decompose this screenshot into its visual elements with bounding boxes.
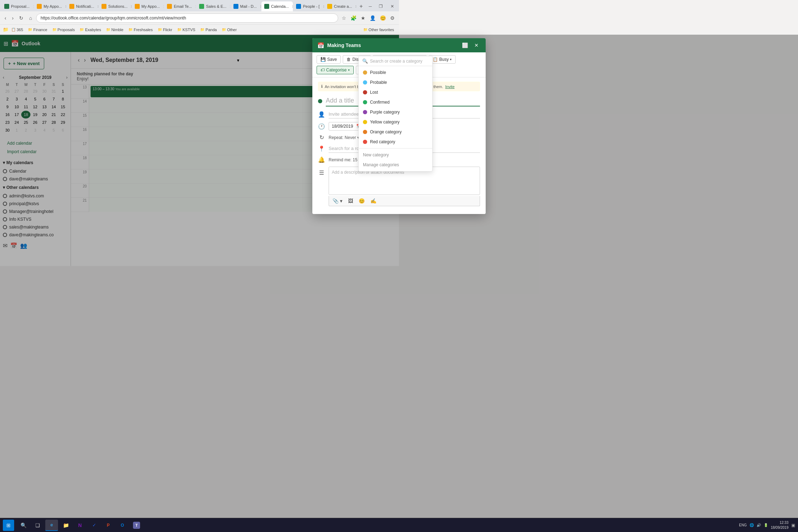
bookmark-panda[interactable]: 📁Panda (198, 27, 219, 33)
settings-icon[interactable]: ⚙ (389, 15, 396, 22)
category-color-dot (363, 70, 367, 75)
favorites-icon[interactable]: ★ (359, 15, 367, 22)
new-tab-button[interactable]: + (357, 2, 365, 11)
category-color-dot (363, 90, 367, 94)
category-item-confirmed[interactable]: Confirmed (359, 97, 399, 107)
description-row: ☰ 📎 ▾ 🖼 😊 ✍ (318, 167, 399, 206)
categorise-dropdown: 🔍 Possible Probable Lost Conf (358, 56, 399, 172)
tab-proposals[interactable]: Proposal... ✕ (1, 1, 34, 11)
repeat-dropdown[interactable]: Repeat: Never ▾ (329, 135, 359, 140)
category-item-lost[interactable]: Lost (359, 87, 399, 97)
save-button[interactable]: 💾 Save (317, 55, 341, 64)
new-category-action[interactable]: New category (359, 150, 399, 160)
minimize-button[interactable]: ─ (366, 3, 375, 10)
manage-categories-action[interactable]: Manage categories (359, 160, 399, 170)
category-search-input[interactable] (370, 59, 399, 64)
info-icon: ℹ (321, 84, 323, 89)
signature-button[interactable]: ✍ (369, 197, 378, 204)
search-icon: 🔍 (362, 58, 368, 64)
tab-salese[interactable]: Sales & E... ✕ (196, 1, 230, 11)
modal-title: Making Teams (327, 42, 399, 48)
category-item-red[interactable]: Red category (359, 137, 399, 147)
tab-bar: Proposal... ✕ My Appo... ✕ Notificati...… (0, 0, 399, 11)
tab-myappo2[interactable]: My Appo... ✕ (132, 1, 164, 11)
category-divider (359, 148, 399, 149)
address-bar: ‹ › ↻ ⌂ ☆ 🧩 ★ 👤 😊 ⚙ (0, 11, 399, 25)
bookmark-icon[interactable]: ☆ (340, 15, 348, 22)
tab-emailte[interactable]: Email Te... ✕ (164, 1, 196, 11)
categorise-button[interactable]: 🏷 Categorise ▾ (317, 66, 354, 74)
attach-button[interactable]: 📎 ▾ (331, 197, 344, 204)
tab-myappo1[interactable]: My Appo... ✕ (34, 1, 66, 11)
bookmark-kstvs[interactable]: 📁KSTVS (175, 27, 197, 33)
tab-create[interactable]: Create a... ✕ (324, 1, 356, 11)
refresh-button[interactable]: ↻ (17, 14, 25, 22)
bookmark-other[interactable]: 📁Other (220, 27, 239, 33)
category-color-dot (363, 140, 367, 144)
category-item-possible[interactable]: Possible (359, 68, 399, 77)
category-color-dot (363, 100, 367, 104)
address-input[interactable] (36, 13, 338, 23)
bookmark-finance[interactable]: 📁Finance (26, 27, 49, 33)
category-color-dot (363, 110, 367, 114)
restore-button[interactable]: ❐ (376, 3, 386, 10)
calendar-icon-sm: 📅 (317, 42, 324, 49)
browser-chrome: Proposal... ✕ My Appo... ✕ Notificati...… (0, 0, 399, 35)
extension-icon[interactable]: 🧩 (349, 15, 358, 22)
tab-notifi[interactable]: Notificati... ✕ (66, 1, 98, 11)
category-item-yellow[interactable]: Yellow category (359, 117, 399, 127)
image-button[interactable]: 🖼 (347, 197, 354, 204)
desc-toolbar: 📎 ▾ 🖼 😊 ✍ (329, 196, 399, 206)
location-icon: 📍 (318, 145, 325, 152)
bookmark-365[interactable]: 📋365 (9, 27, 25, 33)
bookmark-flickr[interactable]: 📁Flickr (156, 27, 174, 33)
bookmark-exabytes[interactable]: 📁Exabytes (77, 27, 103, 33)
emoji-button[interactable]: 😊 (357, 197, 366, 204)
category-item-purple[interactable]: Purple category (359, 107, 399, 117)
category-item-orange[interactable]: Orange category (359, 127, 399, 137)
bookmarks-icon: 📁 (3, 27, 8, 32)
category-item-probable[interactable]: Probable (359, 77, 399, 87)
close-button[interactable]: ✕ (387, 3, 398, 10)
bookmark-nimble[interactable]: 📁Nimble (104, 27, 126, 33)
bell-icon: 🔔 (318, 156, 325, 163)
modal-overlay: 📅 Making Teams ⬜ ✕ 💾 Save 🗑 Discard 📅 Sc… (0, 35, 399, 266)
home-button[interactable]: ⌂ (27, 14, 34, 22)
bookmarks-bar: 📁 📋365 📁Finance 📁Proposals 📁Exabytes 📁Ni… (0, 25, 399, 35)
emoji-icon[interactable]: 😊 (378, 15, 387, 22)
category-list: Possible Probable Lost Confirmed Purple … (359, 66, 399, 171)
forward-button[interactable]: › (10, 14, 16, 22)
bookmark-other-favorites[interactable]: 📁Other favorites (361, 27, 396, 33)
tab-calendar[interactable]: Calenda... ✕ (261, 1, 293, 11)
bookmark-proposals[interactable]: 📁Proposals (50, 27, 77, 33)
people-icon: 👤 (318, 111, 325, 118)
tab-maild[interactable]: Mail - D... ✕ (231, 1, 261, 11)
modal-header: 📅 Making Teams ⬜ ✕ (312, 38, 399, 52)
repeat-icon: ↻ (318, 134, 325, 141)
category-color-dot (363, 120, 367, 124)
category-color-dot (363, 130, 367, 134)
title-dot (318, 99, 322, 103)
save-icon: 💾 (320, 57, 326, 62)
category-color-dot (363, 80, 367, 85)
discard-icon: 🗑 (347, 57, 351, 62)
new-event-modal: 📅 Making Teams ⬜ ✕ 💾 Save 🗑 Discard 📅 Sc… (312, 38, 399, 214)
tab-solutions[interactable]: Solutions... ✕ (99, 1, 132, 11)
back-button[interactable]: ‹ (3, 14, 8, 22)
desc-icon: ☰ (318, 169, 325, 176)
tab-people[interactable]: People - [ ✕ (293, 1, 324, 11)
profile-icon[interactable]: 👤 (368, 15, 377, 22)
clock-icon: 🕐 (318, 123, 325, 130)
tag-icon: 🏷 (320, 68, 325, 73)
bookmark-freshsales[interactable]: 📁Freshsales (126, 27, 155, 33)
categorise-dropdown-arrow: ▾ (348, 68, 350, 72)
